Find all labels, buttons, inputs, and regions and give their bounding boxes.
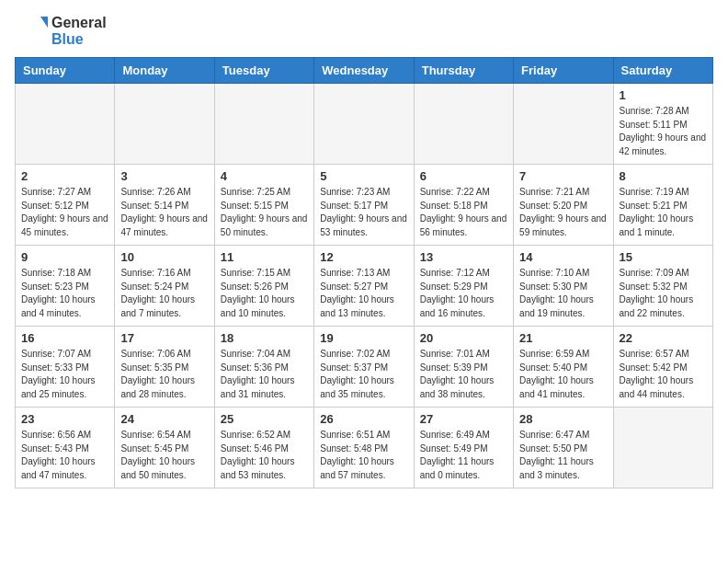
col-header-friday: Friday [514,58,613,84]
page-header: General Blue [15,15,713,48]
day-cell: 20Sunrise: 7:01 AM Sunset: 5:39 PM Dayli… [414,327,513,408]
day-detail: Sunrise: 7:21 AM Sunset: 5:20 PM Dayligh… [519,186,607,239]
day-cell: 21Sunrise: 6:59 AM Sunset: 5:40 PM Dayli… [514,327,613,408]
day-detail: Sunrise: 7:12 AM Sunset: 5:29 PM Dayligh… [420,267,507,320]
day-cell: 11Sunrise: 7:15 AM Sunset: 5:26 PM Dayli… [214,246,313,327]
day-cell: 23Sunrise: 6:56 AM Sunset: 5:43 PM Dayli… [16,408,115,488]
day-number: 1 [620,88,707,102]
day-cell [514,84,613,165]
day-number: 12 [320,250,407,264]
day-cell: 13Sunrise: 7:12 AM Sunset: 5:29 PM Dayli… [414,246,513,327]
day-cell: 27Sunrise: 6:49 AM Sunset: 5:49 PM Dayli… [414,408,513,488]
day-cell: 16Sunrise: 7:07 AM Sunset: 5:33 PM Dayli… [16,327,115,408]
day-number: 10 [120,250,208,264]
day-cell: 14Sunrise: 7:10 AM Sunset: 5:30 PM Dayli… [514,246,613,327]
week-row-2: 2Sunrise: 7:27 AM Sunset: 5:12 PM Daylig… [16,165,713,246]
day-cell: 19Sunrise: 7:02 AM Sunset: 5:37 PM Dayli… [314,327,414,408]
day-number: 4 [221,169,308,183]
day-detail: Sunrise: 7:27 AM Sunset: 5:12 PM Dayligh… [21,186,108,239]
day-detail: Sunrise: 7:09 AM Sunset: 5:32 PM Dayligh… [620,267,707,320]
day-cell: 6Sunrise: 7:22 AM Sunset: 5:18 PM Daylig… [414,165,513,246]
day-cell: 26Sunrise: 6:51 AM Sunset: 5:48 PM Dayli… [314,408,414,488]
day-cell: 12Sunrise: 7:13 AM Sunset: 5:27 PM Dayli… [314,246,414,327]
day-detail: Sunrise: 6:59 AM Sunset: 5:40 PM Dayligh… [519,348,607,401]
day-cell: 9Sunrise: 7:18 AM Sunset: 5:23 PM Daylig… [16,246,115,327]
day-cell: 3Sunrise: 7:26 AM Sunset: 5:14 PM Daylig… [115,165,214,246]
day-detail: Sunrise: 6:57 AM Sunset: 5:42 PM Dayligh… [620,348,707,401]
day-number: 15 [620,250,707,264]
day-cell [115,84,214,165]
day-detail: Sunrise: 7:25 AM Sunset: 5:15 PM Dayligh… [221,186,308,239]
day-cell: 24Sunrise: 6:54 AM Sunset: 5:45 PM Dayli… [115,408,214,488]
day-detail: Sunrise: 7:19 AM Sunset: 5:21 PM Dayligh… [620,186,707,239]
day-detail: Sunrise: 7:01 AM Sunset: 5:39 PM Dayligh… [420,348,507,401]
day-detail: Sunrise: 7:06 AM Sunset: 5:35 PM Dayligh… [120,348,208,401]
logo-svg [15,15,48,48]
day-cell: 17Sunrise: 7:06 AM Sunset: 5:35 PM Dayli… [115,327,214,408]
day-cell: 28Sunrise: 6:47 AM Sunset: 5:50 PM Dayli… [514,408,613,488]
day-number: 18 [221,331,308,345]
day-number: 2 [21,169,108,183]
day-number: 21 [519,331,607,345]
logo-blue: Blue [51,31,107,48]
col-header-tuesday: Tuesday [214,58,313,84]
day-detail: Sunrise: 7:07 AM Sunset: 5:33 PM Dayligh… [21,348,108,401]
day-cell: 18Sunrise: 7:04 AM Sunset: 5:36 PM Dayli… [214,327,313,408]
day-cell: 10Sunrise: 7:16 AM Sunset: 5:24 PM Dayli… [115,246,214,327]
day-number: 19 [320,331,407,345]
day-detail: Sunrise: 7:13 AM Sunset: 5:27 PM Dayligh… [320,267,407,320]
calendar-table: SundayMondayTuesdayWednesdayThursdayFrid… [15,57,713,488]
day-cell [414,84,513,165]
day-cell: 2Sunrise: 7:27 AM Sunset: 5:12 PM Daylig… [16,165,115,246]
day-number: 3 [120,169,208,183]
col-header-wednesday: Wednesday [314,58,414,84]
day-cell: 1Sunrise: 7:28 AM Sunset: 5:11 PM Daylig… [613,84,712,165]
col-header-saturday: Saturday [613,58,712,84]
day-cell [613,408,712,488]
day-cell: 5Sunrise: 7:23 AM Sunset: 5:17 PM Daylig… [314,165,414,246]
day-detail: Sunrise: 7:04 AM Sunset: 5:36 PM Dayligh… [221,348,308,401]
day-detail: Sunrise: 7:22 AM Sunset: 5:18 PM Dayligh… [420,186,507,239]
day-number: 8 [620,169,707,183]
week-row-3: 9Sunrise: 7:18 AM Sunset: 5:23 PM Daylig… [16,246,713,327]
day-detail: Sunrise: 6:51 AM Sunset: 5:48 PM Dayligh… [320,429,407,482]
day-detail: Sunrise: 6:47 AM Sunset: 5:50 PM Dayligh… [519,429,607,482]
day-cell [16,84,115,165]
day-number: 25 [221,412,308,426]
week-row-1: 1Sunrise: 7:28 AM Sunset: 5:11 PM Daylig… [16,84,713,165]
day-number: 24 [120,412,208,426]
day-detail: Sunrise: 7:15 AM Sunset: 5:26 PM Dayligh… [221,267,308,320]
day-number: 11 [221,250,308,264]
day-number: 22 [620,331,707,345]
day-number: 20 [420,331,507,345]
day-cell [314,84,414,165]
week-row-5: 23Sunrise: 6:56 AM Sunset: 5:43 PM Dayli… [16,408,713,488]
day-number: 28 [519,412,607,426]
day-cell [214,84,313,165]
day-cell: 7Sunrise: 7:21 AM Sunset: 5:20 PM Daylig… [514,165,613,246]
day-number: 26 [320,412,407,426]
week-row-4: 16Sunrise: 7:07 AM Sunset: 5:33 PM Dayli… [16,327,713,408]
day-number: 5 [320,169,407,183]
day-cell: 15Sunrise: 7:09 AM Sunset: 5:32 PM Dayli… [613,246,712,327]
col-header-monday: Monday [115,58,214,84]
day-detail: Sunrise: 7:16 AM Sunset: 5:24 PM Dayligh… [120,267,208,320]
day-number: 16 [21,331,108,345]
day-cell: 25Sunrise: 6:52 AM Sunset: 5:46 PM Dayli… [214,408,313,488]
col-header-thursday: Thursday [414,58,513,84]
day-detail: Sunrise: 7:10 AM Sunset: 5:30 PM Dayligh… [519,267,607,320]
day-number: 23 [21,412,108,426]
day-number: 6 [420,169,507,183]
day-detail: Sunrise: 7:02 AM Sunset: 5:37 PM Dayligh… [320,348,407,401]
col-header-sunday: Sunday [16,58,115,84]
day-cell: 8Sunrise: 7:19 AM Sunset: 5:21 PM Daylig… [613,165,712,246]
logo: General Blue [15,15,107,48]
day-detail: Sunrise: 7:28 AM Sunset: 5:11 PM Dayligh… [620,105,707,158]
day-detail: Sunrise: 7:18 AM Sunset: 5:23 PM Dayligh… [21,267,108,320]
day-detail: Sunrise: 6:56 AM Sunset: 5:43 PM Dayligh… [21,429,108,482]
day-cell: 22Sunrise: 6:57 AM Sunset: 5:42 PM Dayli… [613,327,712,408]
day-detail: Sunrise: 6:52 AM Sunset: 5:46 PM Dayligh… [221,429,308,482]
day-detail: Sunrise: 7:26 AM Sunset: 5:14 PM Dayligh… [120,186,208,239]
day-number: 14 [519,250,607,264]
day-number: 27 [420,412,507,426]
